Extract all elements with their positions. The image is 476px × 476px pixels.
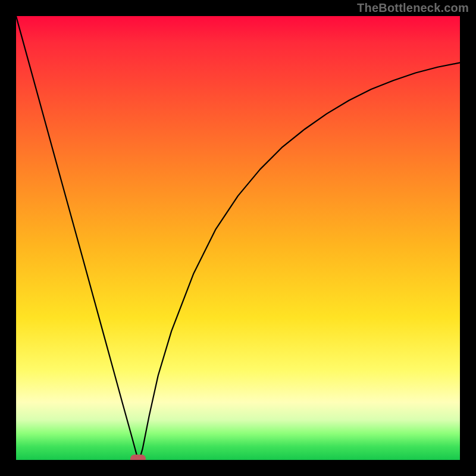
optimal-point-marker: [130, 455, 146, 460]
watermark-label: TheBottleneck.com: [357, 1, 469, 15]
plot-area: [16, 16, 460, 460]
bottleneck-curve: [16, 16, 460, 460]
chart-frame: TheBottleneck.com: [0, 0, 476, 476]
curve-layer: [16, 16, 460, 460]
